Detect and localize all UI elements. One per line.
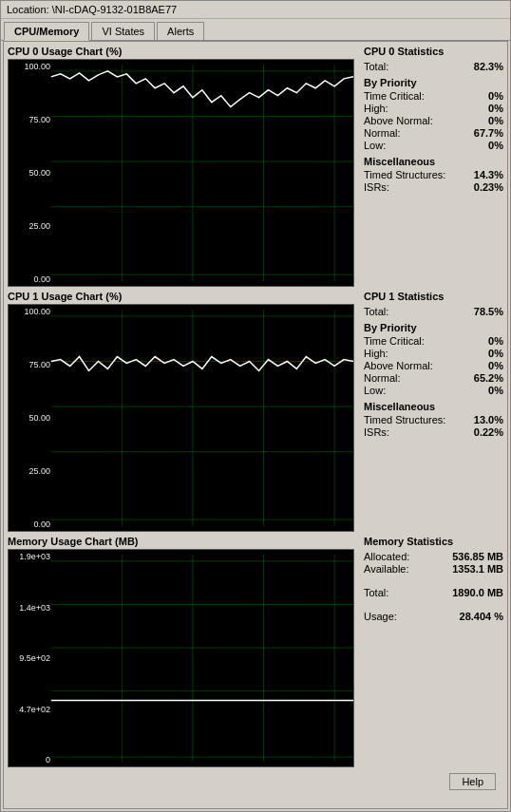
- cpu0-chart-svg: [9, 60, 353, 286]
- cpu1-high-label: High:: [364, 348, 388, 359]
- cpu0-normal-value: 67.7%: [474, 127, 503, 139]
- cpu0-chart: 100.00 75.00 50.00 25.00 0.00: [8, 59, 354, 287]
- cpu0-normal-row: Normal: 67.7%: [364, 127, 503, 139]
- memory-chart-section: Memory Usage Chart (MB) 1.9e+03 1.4e+03 …: [8, 536, 356, 767]
- cpu1-normal-row: Normal: 65.2%: [364, 372, 503, 384]
- cpu0-timed-row: Timed Structures: 14.3%: [364, 169, 503, 180]
- cpu0-an-value: 0%: [488, 115, 503, 126]
- memory-available-label: Available:: [364, 563, 409, 575]
- cpu1-tc-value: 0%: [488, 335, 503, 347]
- cpu1-above-normal-row: Above Normal: 0%: [364, 360, 503, 371]
- memory-allocated-value: 536.85 MB: [452, 551, 503, 562]
- cpu0-high-value: 0%: [488, 103, 503, 114]
- main-content: CPU 0 Usage Chart (%) 100.00 75.00 50.00…: [3, 41, 508, 809]
- cpu1-by-priority-label: By Priority: [364, 322, 503, 333]
- cpu1-chart-section: CPU 1 Usage Chart (%) 100.00 75.00 50.00…: [8, 291, 356, 532]
- cpu0-isrs-label: ISRs:: [364, 181, 389, 193]
- cpu1-high-value: 0%: [488, 348, 503, 359]
- cpu1-stats-title: CPU 1 Statistics: [364, 291, 503, 302]
- tab-alerts[interactable]: Alerts: [157, 22, 204, 40]
- memory-chart: 1.9e+03 1.4e+03 9.5e+02 4.7e+02 0: [8, 549, 354, 767]
- cpu0-isrs-value: 0.23%: [474, 181, 503, 193]
- cpu0-timed-value: 14.3%: [474, 169, 503, 180]
- cpu1-chart-title: CPU 1 Usage Chart (%): [8, 291, 356, 302]
- cpu1-total-value: 78.5%: [474, 306, 503, 317]
- cpu0-isrs-row: ISRs: 0.23%: [364, 181, 503, 193]
- memory-available-value: 1353.1 MB: [452, 563, 503, 575]
- cpu1-tc-label: Time Critical:: [364, 335, 425, 347]
- tab-cpu-memory[interactable]: CPU/Memory: [4, 22, 89, 41]
- cpu0-low-row: Low: 0%: [364, 140, 503, 151]
- cpu1-chart-svg: [9, 305, 353, 531]
- memory-usage-value: 28.404 %: [460, 611, 503, 622]
- cpu1-chart: 100.00 75.00 50.00 25.00 0.00: [8, 304, 354, 532]
- bottom-bar: Help: [8, 771, 503, 798]
- memory-chart-svg: [9, 550, 353, 766]
- cpu0-above-normal-row: Above Normal: 0%: [364, 115, 503, 126]
- cpu1-isrs-label: ISRs:: [364, 426, 389, 438]
- memory-total-row: Total: 1890.0 MB: [364, 587, 503, 598]
- cpu1-misc-label: Miscellaneous: [364, 401, 503, 412]
- cpu0-stats-title: CPU 0 Statistics: [364, 46, 503, 57]
- cpu1-timed-label: Timed Structures:: [364, 414, 445, 425]
- memory-chart-title: Memory Usage Chart (MB): [8, 536, 356, 547]
- cpu1-high-row: High: 0%: [364, 348, 503, 359]
- cpu0-timed-label: Timed Structures:: [364, 169, 445, 180]
- cpu1-timed-row: Timed Structures: 13.0%: [364, 414, 503, 425]
- memory-allocated-label: Allocated:: [364, 551, 409, 562]
- cpu1-isrs-value: 0.22%: [474, 426, 503, 438]
- main-window: Location: \NI-cDAQ-9132-01B8AE77 CPU/Mem…: [0, 0, 511, 812]
- cpu0-row: CPU 0 Usage Chart (%) 100.00 75.00 50.00…: [8, 46, 503, 287]
- help-button[interactable]: Help: [449, 773, 496, 790]
- memory-total-value: 1890.0 MB: [452, 587, 503, 598]
- memory-usage-row: Usage: 28.404 %: [364, 611, 503, 622]
- cpu0-total-value: 82.3%: [474, 61, 503, 72]
- cpu1-time-critical-row: Time Critical: 0%: [364, 335, 503, 347]
- memory-row: Memory Usage Chart (MB) 1.9e+03 1.4e+03 …: [8, 536, 503, 767]
- memory-allocated-row: Allocated: 536.85 MB: [364, 551, 503, 562]
- cpu0-stats: CPU 0 Statistics Total: 82.3% By Priorit…: [356, 46, 503, 287]
- cpu1-normal-value: 65.2%: [474, 372, 503, 384]
- memory-total-label: Total:: [364, 587, 388, 598]
- cpu0-time-critical-row: Time Critical: 0%: [364, 90, 503, 102]
- cpu0-misc-label: Miscellaneous: [364, 156, 503, 167]
- cpu1-total-label: Total:: [364, 306, 388, 317]
- cpu1-an-value: 0%: [488, 360, 503, 371]
- cpu0-an-label: Above Normal:: [364, 115, 433, 126]
- cpu0-low-value: 0%: [488, 140, 503, 151]
- cpu1-low-value: 0%: [488, 385, 503, 396]
- title-bar: Location: \NI-cDAQ-9132-01B8AE77: [1, 1, 510, 19]
- cpu0-tc-label: Time Critical:: [364, 90, 425, 102]
- cpu0-high-label: High:: [364, 103, 388, 114]
- cpu0-by-priority-label: By Priority: [364, 77, 503, 88]
- tab-vi-states[interactable]: VI States: [91, 22, 155, 40]
- cpu0-normal-label: Normal:: [364, 127, 401, 139]
- cpu0-total-row: Total: 82.3%: [364, 61, 503, 72]
- cpu0-chart-section: CPU 0 Usage Chart (%) 100.00 75.00 50.00…: [8, 46, 356, 287]
- location-label: Location:: [7, 4, 49, 15]
- cpu1-total-row: Total: 78.5%: [364, 306, 503, 317]
- cpu1-row: CPU 1 Usage Chart (%) 100.00 75.00 50.00…: [8, 291, 503, 532]
- cpu0-high-row: High: 0%: [364, 103, 503, 114]
- cpu0-total-label: Total:: [364, 61, 388, 72]
- cpu0-tc-value: 0%: [488, 90, 503, 102]
- memory-stats: Memory Statistics Allocated: 536.85 MB A…: [356, 536, 503, 767]
- cpu0-low-label: Low:: [364, 140, 386, 151]
- cpu1-timed-value: 13.0%: [474, 414, 503, 425]
- cpu1-stats: CPU 1 Statistics Total: 78.5% By Priorit…: [356, 291, 503, 532]
- memory-usage-label: Usage:: [364, 611, 397, 622]
- memory-available-row: Available: 1353.1 MB: [364, 563, 503, 575]
- cpu0-chart-title: CPU 0 Usage Chart (%): [8, 46, 356, 57]
- cpu1-low-label: Low:: [364, 385, 386, 396]
- cpu1-isrs-row: ISRs: 0.22%: [364, 426, 503, 438]
- location-value: \NI-cDAQ-9132-01B8AE77: [52, 4, 177, 15]
- cpu1-an-label: Above Normal:: [364, 360, 433, 371]
- cpu1-normal-label: Normal:: [364, 372, 401, 384]
- cpu1-low-row: Low: 0%: [364, 385, 503, 396]
- memory-stats-title: Memory Statistics: [364, 536, 503, 547]
- tab-bar: CPU/Memory VI States Alerts: [1, 19, 510, 41]
